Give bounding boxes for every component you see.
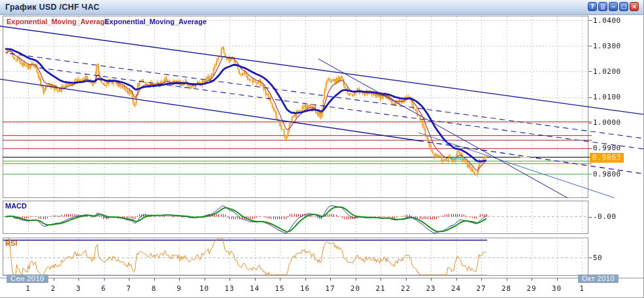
price-axis-label: 1.0400 xyxy=(593,16,632,25)
window-buttons: ?||−□× xyxy=(588,2,639,11)
chart-window: График USD /CHF ЧАС ?||−□× Exponential_M… xyxy=(0,0,644,298)
date-label: 17 xyxy=(320,284,340,293)
date-label: 9 xyxy=(169,284,189,293)
date-label: 2 xyxy=(44,284,63,293)
macd-zero-label: -0.00 xyxy=(593,212,632,221)
date-label: 14 xyxy=(245,284,265,293)
pause-icon: || xyxy=(601,4,605,10)
chart-canvas[interactable] xyxy=(0,0,644,298)
date-label: 8 xyxy=(144,284,164,293)
current-price-tag: 0.9863 xyxy=(590,153,624,163)
date-label: 21 xyxy=(371,284,390,293)
date-label: 20 xyxy=(346,284,365,293)
pause-button[interactable]: || xyxy=(598,2,607,11)
price-axis-label: 1.0300 xyxy=(593,42,632,50)
window-titlebar[interactable]: График USD /CHF ЧАС ?||−□× xyxy=(0,0,644,15)
close-icon: × xyxy=(632,4,637,10)
date-label: 1 xyxy=(18,284,38,293)
date-label: 23 xyxy=(421,284,441,293)
month-badge-right: Окт 2010 xyxy=(578,274,619,283)
date-label: 24 xyxy=(447,284,466,293)
month-badge-left: Сен 2010 xyxy=(7,274,48,283)
price-axis-label: 0.9900 xyxy=(593,144,632,152)
close-button[interactable]: × xyxy=(630,2,639,11)
date-label: 6 xyxy=(94,284,114,293)
date-label: 16 xyxy=(296,284,315,293)
minimize-button[interactable]: − xyxy=(609,2,618,11)
price-axis-label: 0.9800 xyxy=(593,170,632,178)
legend-ema-fast: Exponential_Moving_Average xyxy=(7,18,109,25)
date-label: 22 xyxy=(396,284,416,293)
date-label: 10 xyxy=(195,284,214,293)
window-title: График USD /CHF ЧАС xyxy=(5,3,99,12)
help-button[interactable]: ? xyxy=(588,2,597,11)
date-label: 3 xyxy=(69,284,88,293)
maximize-button[interactable]: □ xyxy=(619,2,628,11)
price-axis-label: 1.0100 xyxy=(593,93,632,101)
date-label: 30 xyxy=(547,284,567,293)
maximize-icon: □ xyxy=(621,4,627,10)
legend-ema-slow: Exponential_Moving_Average xyxy=(105,18,207,25)
date-label: 1 xyxy=(572,284,592,293)
minimize-icon: − xyxy=(611,4,616,10)
price-axis-label: 1.0200 xyxy=(593,67,632,76)
help-icon: ? xyxy=(590,4,594,10)
date-label: 28 xyxy=(497,284,517,293)
date-label: 13 xyxy=(220,284,239,293)
rsi-label: RSI xyxy=(5,239,17,247)
date-label: 29 xyxy=(522,284,541,293)
macd-label: MACD xyxy=(5,202,27,210)
date-label: 7 xyxy=(119,284,139,293)
date-label: 27 xyxy=(471,284,491,293)
date-label: 15 xyxy=(270,284,290,293)
price-axis-label: 1.0000 xyxy=(593,118,632,127)
rsi-mid-label: 50 xyxy=(593,254,632,262)
